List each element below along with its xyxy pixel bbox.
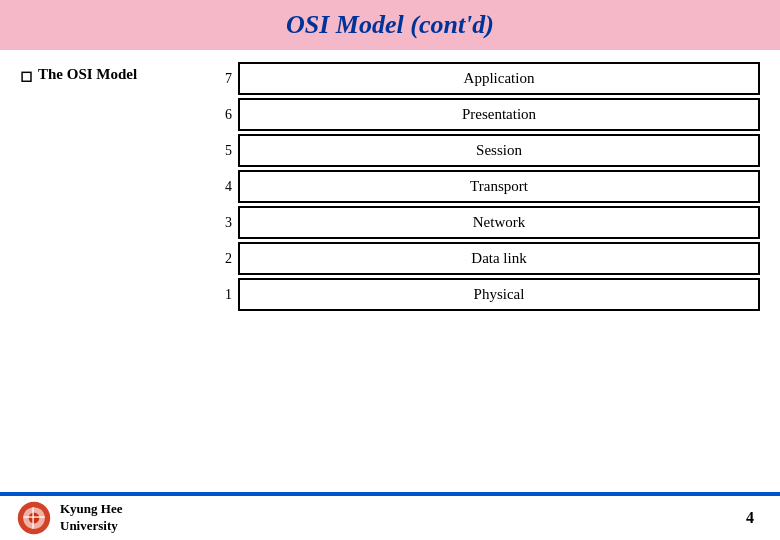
layer-number: 2 <box>210 251 232 267</box>
main-content: ◻ The OSI Model 7Application6Presentatio… <box>0 62 780 314</box>
bullet-icon: ◻ <box>20 67 32 85</box>
page-title: OSI Model (cont'd) <box>0 10 780 40</box>
layer-box-presentation: Presentation <box>238 98 760 131</box>
layer-row: 7Application <box>210 62 760 95</box>
page-number: 4 <box>746 509 764 527</box>
layer-box-network: Network <box>238 206 760 239</box>
footer-content: Kyung Hee University 4 <box>0 496 780 540</box>
osi-diagram: 7Application6Presentation5Session4Transp… <box>210 62 760 314</box>
layer-number: 1 <box>210 287 232 303</box>
layer-number: 7 <box>210 71 232 87</box>
layer-row: 1Physical <box>210 278 760 311</box>
layer-box-transport: Transport <box>238 170 760 203</box>
university-line1: Kyung Hee <box>60 501 122 518</box>
sidebar-item-label: The OSI Model <box>38 66 137 83</box>
layer-number: 3 <box>210 215 232 231</box>
sidebar-item-osi-model: ◻ The OSI Model <box>20 66 210 85</box>
layer-row: 3Network <box>210 206 760 239</box>
layer-box-session: Session <box>238 134 760 167</box>
layer-number: 5 <box>210 143 232 159</box>
sidebar: ◻ The OSI Model <box>20 62 210 314</box>
layer-box-application: Application <box>238 62 760 95</box>
layer-number: 4 <box>210 179 232 195</box>
layer-box-physical: Physical <box>238 278 760 311</box>
footer-logo: Kyung Hee University <box>16 500 122 536</box>
title-bar: OSI Model (cont'd) <box>0 0 780 50</box>
layer-row: 5Session <box>210 134 760 167</box>
footer: Kyung Hee University 4 <box>0 492 780 540</box>
layer-row: 6Presentation <box>210 98 760 131</box>
layer-number: 6 <box>210 107 232 123</box>
layer-box-data-link: Data link <box>238 242 760 275</box>
university-logo-icon <box>16 500 52 536</box>
layer-row: 4Transport <box>210 170 760 203</box>
footer-university: Kyung Hee University <box>60 501 122 535</box>
university-line2: University <box>60 518 122 535</box>
layer-row: 2Data link <box>210 242 760 275</box>
svg-rect-4 <box>32 507 34 529</box>
